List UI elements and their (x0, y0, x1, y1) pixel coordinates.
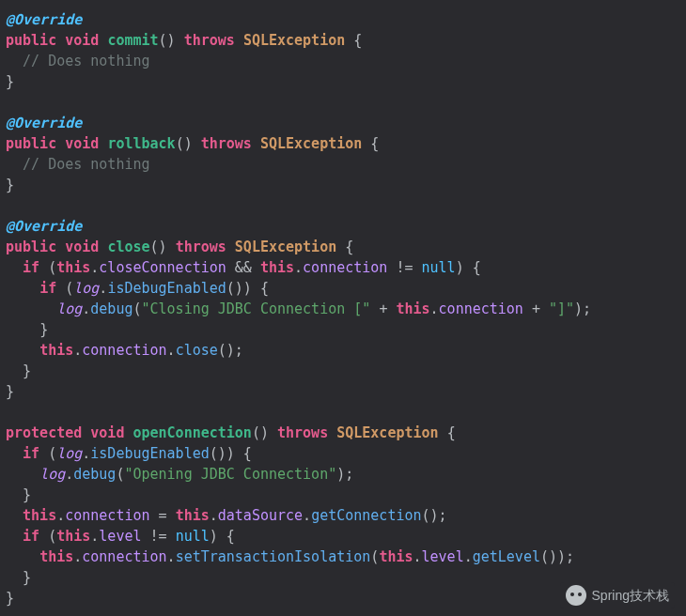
field: closeConnection (99, 259, 226, 276)
string-literal: "Closing JDBC Connection [" (142, 300, 371, 317)
keyword: void (65, 32, 99, 49)
annotation-override: @Override (6, 115, 82, 131)
type: SQLException (243, 32, 345, 49)
method-def-close: close (107, 239, 149, 255)
annotation-override: @Override (6, 218, 82, 235)
call: isDebugEnabled (107, 280, 226, 297)
comment: // Does nothing (23, 53, 149, 69)
string-literal: "Opening JDBC Connection" (124, 466, 336, 483)
wechat-icon (566, 585, 586, 606)
keyword: public (6, 32, 56, 49)
method-def-openconnection: openConnection (133, 424, 251, 441)
watermark-badge: Spring技术栈 (560, 582, 675, 608)
code-editor: @Override public void commit() throws SQ… (0, 0, 686, 616)
method-def-rollback: rollback (107, 135, 175, 152)
var-log: log (73, 280, 99, 297)
method-def-commit: commit (107, 32, 158, 49)
watermark-label: Spring技术栈 (592, 585, 669, 606)
comment: // Does nothing (23, 156, 149, 173)
annotation-override: @Override (6, 11, 82, 28)
keyword: throws (184, 32, 235, 49)
